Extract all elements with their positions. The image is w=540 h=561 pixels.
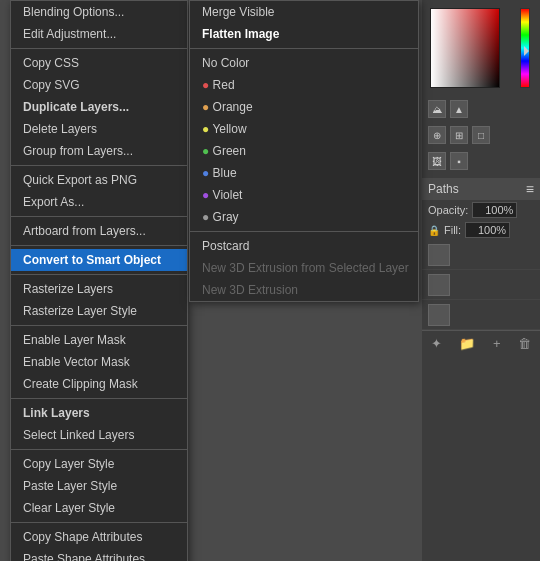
left-menu-item[interactable]: Paste Layer Style (11, 475, 187, 497)
lock-icon: 🔒 (428, 225, 440, 236)
layer-item-2[interactable] (422, 270, 540, 300)
left-menu-item[interactable]: Blending Options... (11, 1, 187, 23)
right-menu-item[interactable]: Orange (190, 96, 418, 118)
left-menu-item[interactable]: Create Clipping Mask (11, 373, 187, 395)
right-menu-item[interactable]: Red (190, 74, 418, 96)
menu-divider (11, 449, 187, 450)
grid-icon[interactable]: ⊞ (450, 126, 468, 144)
triangle-icon[interactable]: ▲ (450, 100, 468, 118)
color-picker-gradient[interactable] (430, 8, 500, 88)
add-layer-icon[interactable]: + (493, 336, 501, 351)
right-menu-item[interactable]: Postcard (190, 235, 418, 257)
right-menu-item[interactable]: Yellow (190, 118, 418, 140)
left-menu-item[interactable]: Enable Vector Mask (11, 351, 187, 373)
menu-divider (11, 245, 187, 246)
paths-header: Paths ≡ (422, 178, 540, 200)
left-menu-item[interactable]: Copy CSS (11, 52, 187, 74)
fill-label: Fill: (444, 224, 461, 236)
menu-divider (11, 522, 187, 523)
layer-thumb-2 (428, 274, 450, 296)
panel-icons-mid: ⊕ ⊞ □ (422, 122, 540, 148)
right-menu-item[interactable]: Blue (190, 162, 418, 184)
left-menu-item[interactable]: Clear Layer Style (11, 497, 187, 519)
left-menu-item[interactable]: Convert to Smart Object (11, 249, 187, 271)
left-menu-item[interactable]: Quick Export as PNG (11, 169, 187, 191)
right-menu-item[interactable]: New 3D Extrusion from Selected Layer (190, 257, 418, 279)
layer-item-3[interactable] (422, 300, 540, 330)
layers-bottom-bar: ✦ 📁 + 🗑 (422, 330, 540, 356)
right-menu-item[interactable]: Merge Visible (190, 1, 418, 23)
right-menu-item[interactable]: Violet (190, 184, 418, 206)
left-context-menu: Blending Options...Edit Adjustment...Cop… (10, 0, 188, 561)
menu-divider (11, 216, 187, 217)
left-menu-item[interactable]: Rasterize Layers (11, 278, 187, 300)
left-menu-item[interactable]: Duplicate Layers... (11, 96, 187, 118)
menu-divider (11, 325, 187, 326)
left-menu-item[interactable]: Enable Layer Mask (11, 329, 187, 351)
left-menu-item[interactable]: Group from Layers... (11, 140, 187, 162)
link-icon[interactable]: ⊕ (428, 126, 446, 144)
menu-divider (11, 274, 187, 275)
panel-icons-bot: 🖼 ▪ (422, 148, 540, 174)
opacity-row: Opacity: (422, 200, 540, 220)
left-menu-item[interactable]: Select Linked Layers (11, 424, 187, 446)
mountain-icon[interactable]: ⛰ (428, 100, 446, 118)
right-menu-item[interactable]: Flatten Image (190, 23, 418, 45)
left-menu-item[interactable]: Link Layers (11, 402, 187, 424)
fill-row: 🔒 Fill: (422, 220, 540, 240)
layer-thumb-3 (428, 304, 450, 326)
add-style-icon[interactable]: ✦ (431, 336, 442, 351)
menu-divider (11, 165, 187, 166)
layer-thumb-1 (428, 244, 450, 266)
square-icon[interactable]: □ (472, 126, 490, 144)
folder-icon[interactable]: 📁 (459, 336, 475, 351)
opacity-input[interactable] (472, 202, 517, 218)
left-menu-item[interactable]: Edit Adjustment... (11, 23, 187, 45)
left-menu-item[interactable]: Export As... (11, 191, 187, 213)
right-panel: ⛰ ▲ ⊕ ⊞ □ 🖼 ▪ Paths ≡ Opacity: 🔒 Fill: (422, 0, 540, 561)
left-menu-item[interactable]: Copy SVG (11, 74, 187, 96)
layer-item-1[interactable] (422, 240, 540, 270)
left-menu-item[interactable]: Paste Shape Attributes (11, 548, 187, 561)
right-submenu: Merge VisibleFlatten ImageNo ColorRedOra… (189, 0, 419, 302)
layers-list (422, 240, 540, 330)
left-menu-item[interactable]: Artboard from Layers... (11, 220, 187, 242)
menu-divider (11, 48, 187, 49)
spectrum-arrow (524, 46, 529, 56)
left-menu-item[interactable]: Copy Layer Style (11, 453, 187, 475)
img-icon[interactable]: 🖼 (428, 152, 446, 170)
right-menu-item[interactable]: No Color (190, 52, 418, 74)
rect-icon[interactable]: ▪ (450, 152, 468, 170)
right-menu-item[interactable]: New 3D Extrusion (190, 279, 418, 301)
panel-icons-top: ⛰ ▲ (422, 96, 540, 122)
menu-divider (11, 398, 187, 399)
menu-divider (190, 231, 418, 232)
paths-label: Paths (428, 182, 459, 196)
left-menu-item[interactable]: Rasterize Layer Style (11, 300, 187, 322)
paths-menu-icon[interactable]: ≡ (526, 181, 534, 197)
left-menu-item[interactable]: Delete Layers (11, 118, 187, 140)
opacity-label: Opacity: (428, 204, 468, 216)
right-menu-item[interactable]: Gray (190, 206, 418, 228)
menu-divider (190, 48, 418, 49)
right-menu-item[interactable]: Green (190, 140, 418, 162)
delete-layer-icon[interactable]: 🗑 (518, 336, 531, 351)
left-menu-item[interactable]: Copy Shape Attributes (11, 526, 187, 548)
fill-input[interactable] (465, 222, 510, 238)
